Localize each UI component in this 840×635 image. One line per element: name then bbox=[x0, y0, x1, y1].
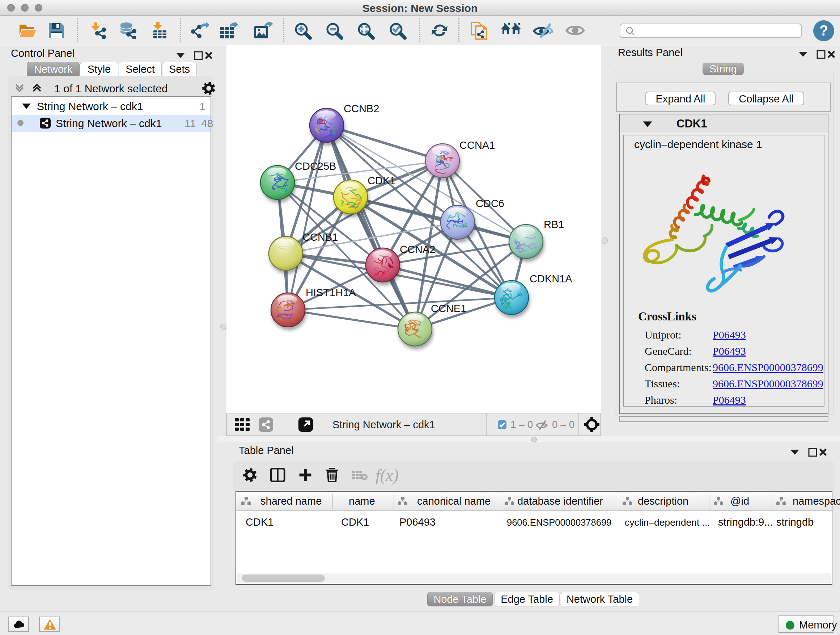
svg-text:CCNA1: CCNA1 bbox=[459, 139, 495, 151]
svg-text:CDKN1A: CDKN1A bbox=[530, 273, 572, 285]
svg-text:?: ? bbox=[819, 22, 828, 38]
svg-text:CCNB2: CCNB2 bbox=[344, 103, 379, 114]
svg-text:CCNE1: CCNE1 bbox=[431, 302, 466, 314]
svg-text:CDC6: CDC6 bbox=[476, 198, 504, 209]
svg-text:HIST1H1A: HIST1H1A bbox=[306, 287, 356, 298]
svg-text:CDK1: CDK1 bbox=[368, 175, 395, 187]
svg-text:CCNB1: CCNB1 bbox=[302, 231, 338, 243]
svg-text:CCNA2: CCNA2 bbox=[400, 244, 435, 255]
svg-text:CDC25B: CDC25B bbox=[295, 160, 336, 172]
svg-text:RB1: RB1 bbox=[544, 219, 564, 230]
